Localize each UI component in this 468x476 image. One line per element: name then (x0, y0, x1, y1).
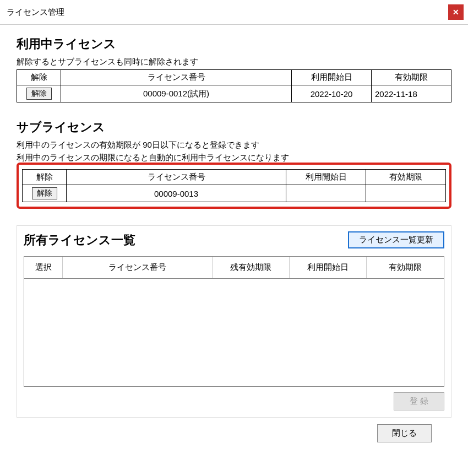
col-header-number: ライセンス番号 (67, 170, 286, 185)
title-bar: ライセンス管理 ✕ (0, 0, 468, 25)
col-header-expire: 有効期限 (372, 70, 451, 85)
window-title: ライセンス管理 (7, 7, 64, 18)
close-icon[interactable]: ✕ (448, 4, 464, 20)
sub-license-desc1: 利用中のライセンスの有効期限が 90日以下になると登録できます (17, 140, 451, 150)
license-number-cell: 00009-0012(試用) (61, 85, 292, 102)
col-header-start: 利用開始日 (292, 70, 372, 85)
dialog-footer: 閉じる (17, 418, 451, 442)
active-license-title: 利用中ライセンス (17, 36, 451, 52)
col-header-remove: 解除 (17, 70, 61, 85)
col-header-start: 利用開始日 (286, 170, 366, 185)
register-button: 登 録 (394, 392, 444, 410)
remove-cell: 解除 (17, 85, 61, 102)
highlight-box: 解除 ライセンス番号 利用開始日 有効期限 解除 00009-0013 (17, 163, 451, 209)
owned-panel-footer: 登 録 (24, 392, 444, 410)
dialog-content: 利用中ライセンス 解除するとサブライセンスも同時に解除されます 解除 ライセンス… (0, 25, 468, 451)
sub-license-desc2-clipped: 利用中のライセンスの期限になると自動的に利用中ライセンスになります (17, 153, 451, 164)
refresh-list-button[interactable]: ライセンス一覧更新 (348, 231, 444, 248)
active-license-section: 利用中ライセンス 解除するとサブライセンスも同時に解除されます 解除 ライセンス… (17, 36, 451, 102)
table-header-row: 解除 ライセンス番号 利用開始日 有効期限 (23, 170, 446, 185)
remove-button[interactable]: 解除 (26, 88, 52, 100)
expire-date-cell: 2022-11-18 (372, 85, 451, 102)
expire-date-cell (366, 185, 446, 202)
col-header-select: 選択 (24, 257, 63, 278)
owned-license-panel: 所有ライセンス一覧 ライセンス一覧更新 選択 ライセンス番号 残有効期限 利用開… (17, 225, 451, 418)
owned-grid-body (24, 279, 444, 386)
owned-grid-header: 選択 ライセンス番号 残有効期限 利用開始日 有効期限 (24, 257, 444, 279)
active-license-table: 解除 ライセンス番号 利用開始日 有効期限 解除 00009-0012(試用) … (17, 69, 451, 102)
active-license-desc: 解除するとサブライセンスも同時に解除されます (17, 57, 451, 67)
col-header-start: 利用開始日 (290, 257, 367, 278)
remove-button[interactable]: 解除 (32, 187, 57, 199)
table-row: 解除 00009-0012(試用) 2022-10-20 2022-11-18 (17, 85, 451, 102)
sub-license-title: サブライセンス (17, 119, 451, 136)
table-row: 解除 00009-0013 (23, 185, 446, 202)
table-header-row: 解除 ライセンス番号 利用開始日 有効期限 (17, 70, 451, 85)
owned-license-grid: 選択 ライセンス番号 残有効期限 利用開始日 有効期限 (24, 256, 444, 387)
col-header-number: ライセンス番号 (63, 257, 213, 278)
start-date-cell: 2022-10-20 (292, 85, 372, 102)
col-header-remove: 解除 (23, 170, 67, 185)
owned-title: 所有ライセンス一覧 (24, 232, 135, 248)
remove-cell: 解除 (23, 185, 67, 202)
owned-header: 所有ライセンス一覧 ライセンス一覧更新 (24, 231, 444, 248)
col-header-remain: 残有効期限 (213, 257, 290, 278)
sub-license-table: 解除 ライセンス番号 利用開始日 有効期限 解除 00009-0013 (22, 169, 446, 202)
col-header-expire: 有効期限 (366, 170, 446, 185)
sub-license-desc2: 利用中のライセンスの期限になると自動的に利用中ライセンスになります (17, 153, 451, 163)
start-date-cell (286, 185, 366, 202)
col-header-expire: 有効期限 (367, 257, 444, 278)
sub-license-section: サブライセンス 利用中のライセンスの有効期限が 90日以下になると登録できます … (17, 119, 451, 209)
license-number-cell: 00009-0013 (67, 185, 286, 202)
col-header-number: ライセンス番号 (61, 70, 292, 85)
close-button[interactable]: 閉じる (377, 424, 432, 442)
